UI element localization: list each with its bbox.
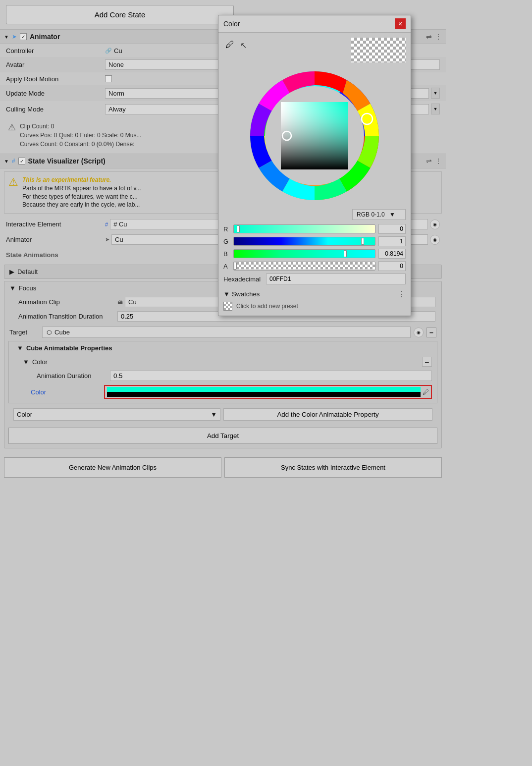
culling-mode-label: Culling Mode — [6, 106, 105, 113]
g-slider-track[interactable] — [233, 237, 375, 246]
animator2-icon: ➤ — [105, 236, 109, 243]
swatches-title: Swatches — [232, 290, 260, 298]
hex-label: Hexadecimal — [223, 275, 263, 283]
target-minus-btn[interactable]: – — [426, 328, 436, 337]
target-value: Cube — [54, 328, 70, 336]
state-visualizer-hash-icon: # — [12, 158, 15, 164]
picker-eyedropper-icon[interactable]: 🖊 — [223, 38, 236, 52]
rgb-mode-row: RGB 0-1.0 ▼ — [223, 209, 406, 220]
b-value-input[interactable] — [378, 249, 406, 259]
color-picker-body: 🖊 ↖ — [218, 33, 411, 316]
color-picker-title: Color — [223, 20, 395, 28]
add-prop-select-value: Color — [17, 411, 32, 418]
animation-clip-icon: 🏔 — [117, 299, 123, 305]
swatch-add-label[interactable]: Click to add new preset — [236, 303, 298, 310]
generate-clips-btn[interactable]: Generate New Animation Clips — [4, 457, 221, 478]
animation-transition-label: Animation Transition Duration — [18, 313, 117, 320]
color-prop-border-wrapper: 🖊 — [104, 385, 432, 399]
target-cube-icon: ⬡ — [47, 329, 52, 336]
add-core-state-button[interactable]: Add Core State — [6, 5, 234, 24]
r-slider-track[interactable] — [233, 224, 375, 233]
picker-preview-swatch — [351, 38, 406, 62]
cube-anim-triangle: ▼ — [17, 344, 23, 352]
color-eyedropper-btn[interactable]: 🖊 — [423, 388, 429, 396]
a-slider-thumb[interactable] — [234, 263, 237, 270]
a-slider-track[interactable] — [233, 262, 375, 271]
animator-settings-icon[interactable]: ⇌ — [426, 33, 432, 41]
add-prop-select[interactable]: Color ▼ — [13, 408, 220, 421]
a-value-input[interactable] — [378, 261, 406, 271]
animator-collapse-arrow[interactable]: ▼ — [4, 34, 9, 40]
cube-anim-title: Cube Animatable Properties — [26, 344, 112, 352]
cube-animatable-section: ▼ Cube Animatable Properties ▼ Color – A… — [8, 341, 437, 403]
color-sub-triangle: ▼ — [23, 358, 29, 366]
g-value-input[interactable] — [378, 236, 406, 246]
swatches-triangle: ▼ — [223, 290, 230, 298]
state-visualizer-menu-icon[interactable]: ⋮ — [435, 157, 442, 165]
default-triangle: ▶ — [9, 268, 14, 275]
g-slider-thumb[interactable] — [361, 238, 364, 245]
add-prop-select-arrow: ▼ — [211, 411, 217, 418]
controller-icon: 🔗 — [105, 48, 112, 54]
apply-root-motion-checkbox[interactable] — [105, 75, 112, 82]
target-circle-btn[interactable]: ◉ — [414, 328, 424, 337]
add-animatable-property-btn[interactable]: Add the Color Animatable Property — [223, 408, 432, 421]
color-field-black-bar — [107, 392, 421, 397]
warning-title: This is an experimental feature. — [22, 176, 141, 184]
anim-dur-label: Animation Duration — [37, 372, 106, 380]
color-wheel-container[interactable] — [223, 66, 406, 205]
update-mode-label: Update Mode — [6, 90, 105, 97]
state-visualizer-collapse-arrow[interactable]: ▼ — [4, 159, 9, 164]
animator-menu-icon[interactable]: ⋮ — [435, 33, 442, 41]
hex-row: Hexadecimal — [223, 274, 406, 284]
swatches-row: Click to add new preset — [223, 302, 406, 311]
color-minus-btn[interactable]: – — [422, 357, 432, 367]
anim-dur-input[interactable] — [110, 371, 432, 381]
state-visualizer-settings-icon[interactable]: ⇌ — [426, 157, 432, 165]
info-text: Clip Count: 0 Curves Pos: 0 Quat: 0 Eule… — [20, 122, 141, 149]
bottom-bar: Generate New Animation Clips Sync States… — [0, 452, 446, 483]
update-mode-arrow[interactable]: ▼ — [431, 88, 440, 99]
warning-text: This is an experimental feature. Parts o… — [22, 176, 141, 209]
b-slider-row: B — [223, 249, 406, 259]
b-slider-track[interactable] — [233, 249, 375, 258]
state-visualizer-title: State Visualizer (Script) — [28, 157, 106, 165]
r-slider-thumb[interactable] — [237, 225, 240, 232]
r-value-input[interactable] — [378, 224, 406, 234]
interactive-element-target-btn[interactable]: ◉ — [430, 219, 440, 229]
focus-label: Focus — [19, 284, 36, 292]
cube-anim-header: ▼ Cube Animatable Properties — [9, 341, 437, 355]
color-wheel-svg[interactable] — [245, 66, 384, 205]
animator-checkbox[interactable]: ✓ — [20, 33, 27, 40]
sync-states-btn[interactable]: Sync States with Interactive Element — [224, 457, 442, 478]
warning-icon: ⚠ — [8, 176, 18, 189]
swatch-add-square[interactable] — [223, 302, 232, 311]
culling-mode-arrow[interactable]: ▼ — [431, 104, 440, 114]
picker-top-row: 🖊 ↖ — [223, 38, 406, 62]
color-field[interactable] — [107, 387, 421, 397]
b-slider-thumb[interactable] — [344, 250, 347, 257]
target-field: ⬡ Cube — [42, 327, 411, 338]
a-slider-row: A — [223, 261, 406, 271]
target-label: Target — [9, 328, 39, 336]
add-target-btn[interactable]: Add Target — [8, 428, 437, 444]
color-picker-titlebar: Color × — [218, 15, 411, 33]
g-slider-row: G — [223, 236, 406, 246]
b-label: B — [223, 250, 230, 258]
picker-cursor-icon: ↖ — [240, 41, 247, 50]
controller-value: Cu — [114, 47, 122, 55]
target-row: Target ⬡ Cube ◉ – — [4, 324, 441, 341]
animator2-target-btn[interactable]: ◉ — [430, 235, 440, 245]
r-label: R — [223, 225, 230, 233]
focus-triangle: ▼ — [9, 284, 16, 292]
hex-input[interactable] — [266, 274, 406, 284]
default-label: Default — [17, 268, 38, 275]
state-visualizer-checkbox[interactable]: ✓ — [18, 158, 25, 164]
swatches-menu-btn[interactable]: ⋮ — [398, 289, 406, 299]
g-label: G — [223, 238, 230, 245]
animator2-label: Animator — [6, 236, 105, 243]
rgb-mode-select[interactable]: RGB 0-1.0 ▼ — [352, 209, 406, 220]
color-sub-header: ▼ Color – — [9, 355, 437, 369]
color-picker-close-btn[interactable]: × — [395, 18, 406, 29]
animation-clip-label: Animation Clip — [18, 298, 117, 306]
